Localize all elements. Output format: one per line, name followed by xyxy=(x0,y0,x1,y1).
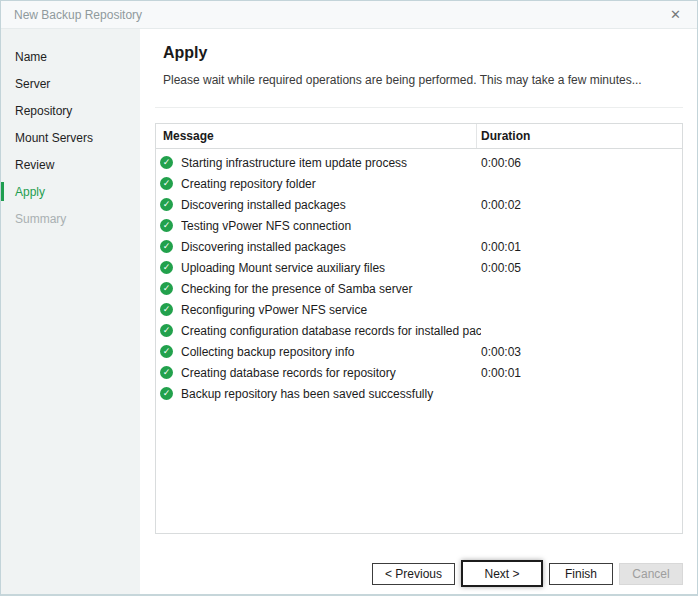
table-row: ✓ Reconfiguring vPower NFS service xyxy=(156,299,682,320)
message-cell: Testing vPower NFS connection xyxy=(181,219,481,233)
title-bar: New Backup Repository ✕ xyxy=(1,1,697,29)
close-icon[interactable]: ✕ xyxy=(666,6,685,23)
success-check-icon: ✓ xyxy=(160,324,173,337)
sidebar-item-summary: Summary xyxy=(1,205,140,232)
message-cell: Creating configuration database records … xyxy=(181,324,481,338)
duration-cell: 0:00:02 xyxy=(481,198,682,212)
operations-table-body: ✓ Starting infrastructure item update pr… xyxy=(156,149,682,404)
success-check-icon: ✓ xyxy=(160,282,173,295)
table-row: ✓ Creating configuration database record… xyxy=(156,320,682,341)
column-header-duration: Duration xyxy=(477,124,682,148)
duration-cell: 0:00:01 xyxy=(481,240,682,254)
table-row: ✓ Starting infrastructure item update pr… xyxy=(156,152,682,173)
sidebar-item-label: Review xyxy=(15,158,54,172)
message-cell: Uploading Mount service auxiliary files xyxy=(181,261,481,275)
message-cell: Creating repository folder xyxy=(181,177,481,191)
table-row: ✓ Backup repository has been saved succe… xyxy=(156,383,682,404)
sidebar-item-repository[interactable]: Repository xyxy=(1,97,140,124)
sidebar-item-label: Summary xyxy=(15,212,66,226)
sidebar-item-label: Name xyxy=(15,50,47,64)
sidebar-item-name[interactable]: Name xyxy=(1,43,140,70)
sidebar-item-apply[interactable]: Apply xyxy=(1,178,140,205)
success-check-icon: ✓ xyxy=(160,366,173,379)
success-check-icon: ✓ xyxy=(160,387,173,400)
page-title: Apply xyxy=(163,44,697,62)
page-description: Please wait while required operations ar… xyxy=(163,73,697,87)
wizard-buttons: < Previous Next > Finish Cancel xyxy=(372,560,683,587)
table-row: ✓ Creating database records for reposito… xyxy=(156,362,682,383)
previous-button[interactable]: < Previous xyxy=(372,563,455,585)
button-label: Finish xyxy=(565,567,597,581)
duration-cell: 0:00:06 xyxy=(481,156,682,170)
column-header-message: Message xyxy=(156,124,477,148)
success-check-icon: ✓ xyxy=(160,303,173,316)
section-divider xyxy=(155,107,683,108)
table-header-row: Message Duration xyxy=(156,124,682,149)
wizard-content: Name Server Repository Mount Servers Rev… xyxy=(1,29,697,594)
sidebar-item-label: Server xyxy=(15,77,50,91)
wizard-window: New Backup Repository ✕ Name Server Repo… xyxy=(0,0,698,596)
success-check-icon: ✓ xyxy=(160,345,173,358)
table-row: ✓ Discovering installed packages 0:00:02 xyxy=(156,194,682,215)
button-label: < Previous xyxy=(385,567,442,581)
duration-cell: 0:00:05 xyxy=(481,261,682,275)
sidebar-item-review[interactable]: Review xyxy=(1,151,140,178)
button-label: Cancel xyxy=(632,567,669,581)
sidebar-item-label: Repository xyxy=(15,104,72,118)
sidebar-item-server[interactable]: Server xyxy=(1,70,140,97)
finish-button[interactable]: Finish xyxy=(549,563,613,585)
message-cell: Creating database records for repository xyxy=(181,366,481,380)
success-check-icon: ✓ xyxy=(160,261,173,274)
success-check-icon: ✓ xyxy=(160,177,173,190)
sidebar-item-label: Mount Servers xyxy=(15,131,93,145)
next-button[interactable]: Next > xyxy=(461,560,543,587)
message-cell: Reconfiguring vPower NFS service xyxy=(181,303,481,317)
sidebar-item-label: Apply xyxy=(15,185,45,199)
message-cell: Starting infrastructure item update proc… xyxy=(181,156,481,170)
message-cell: Collecting backup repository info xyxy=(181,345,481,359)
duration-cell: 0:00:03 xyxy=(481,345,682,359)
table-row: ✓ Uploading Mount service auxiliary file… xyxy=(156,257,682,278)
wizard-steps-sidebar: Name Server Repository Mount Servers Rev… xyxy=(1,29,140,594)
cancel-button: Cancel xyxy=(619,563,683,585)
table-row: ✓ Checking for the presence of Samba ser… xyxy=(156,278,682,299)
message-cell: Backup repository has been saved success… xyxy=(181,387,481,401)
table-row: ✓ Creating repository folder xyxy=(156,173,682,194)
success-check-icon: ✓ xyxy=(160,219,173,232)
button-label: Next > xyxy=(484,567,519,581)
window-title: New Backup Repository xyxy=(14,8,142,22)
apply-step-panel: Apply Please wait while required operati… xyxy=(140,29,697,594)
table-row: ✓ Collecting backup repository info 0:00… xyxy=(156,341,682,362)
sidebar-item-mount-servers[interactable]: Mount Servers xyxy=(1,124,140,151)
duration-cell: 0:00:01 xyxy=(481,366,682,380)
operations-table: Message Duration ✓ Starting infrastructu… xyxy=(155,123,683,534)
message-cell: Discovering installed packages xyxy=(181,198,481,212)
table-row: ✓ Discovering installed packages 0:00:01 xyxy=(156,236,682,257)
success-check-icon: ✓ xyxy=(160,240,173,253)
message-cell: Checking for the presence of Samba serve… xyxy=(181,282,481,296)
table-row: ✓ Testing vPower NFS connection xyxy=(156,215,682,236)
success-check-icon: ✓ xyxy=(160,198,173,211)
message-cell: Discovering installed packages xyxy=(181,240,481,254)
success-check-icon: ✓ xyxy=(160,156,173,169)
